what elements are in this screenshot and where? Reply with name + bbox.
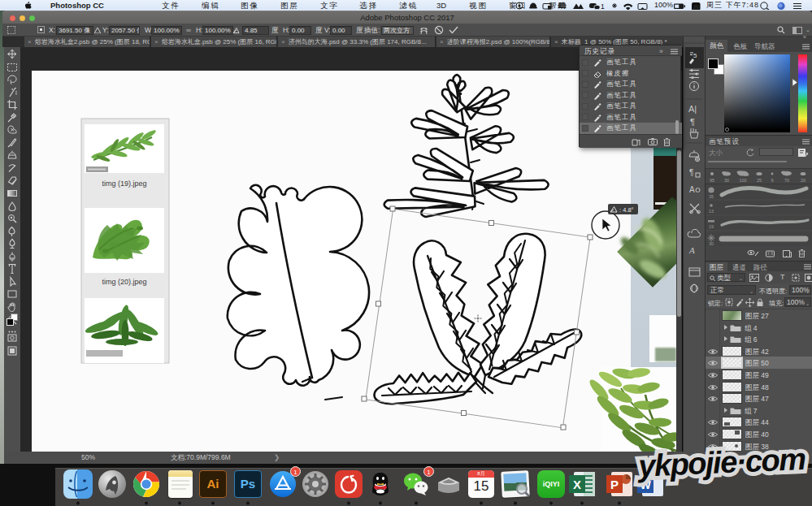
svg-text:95: 95: [710, 178, 714, 183]
svg-text:9: 9: [771, 178, 773, 183]
svg-text:P: P: [610, 478, 619, 491]
svg-text:20: 20: [801, 178, 805, 183]
svg-text:A|: A|: [688, 104, 697, 114]
svg-text:1: 1: [601, 2, 605, 10]
svg-text:35: 35: [709, 194, 714, 199]
svg-text:19: 19: [709, 224, 714, 229]
svg-text:A: A: [694, 3, 699, 10]
svg-text:100: 100: [739, 178, 746, 183]
svg-text:X: X: [573, 478, 581, 491]
svg-text:A: A: [688, 245, 695, 255]
svg-text:timg (19).jpeg: timg (19).jpeg: [102, 179, 146, 188]
svg-text:30: 30: [724, 178, 729, 183]
svg-text:timg (20).jpeg: timg (20).jpeg: [102, 278, 146, 286]
svg-text:¶: ¶: [689, 168, 693, 177]
svg-text:70: 70: [784, 178, 789, 183]
svg-text:5: 5: [693, 52, 697, 59]
svg-text:¶: ¶: [690, 117, 695, 127]
svg-text:13: 13: [709, 209, 714, 214]
svg-text:: 4.8°: : 4.8°: [619, 206, 634, 214]
svg-text:A: A: [689, 185, 695, 194]
svg-text:25: 25: [757, 178, 762, 183]
